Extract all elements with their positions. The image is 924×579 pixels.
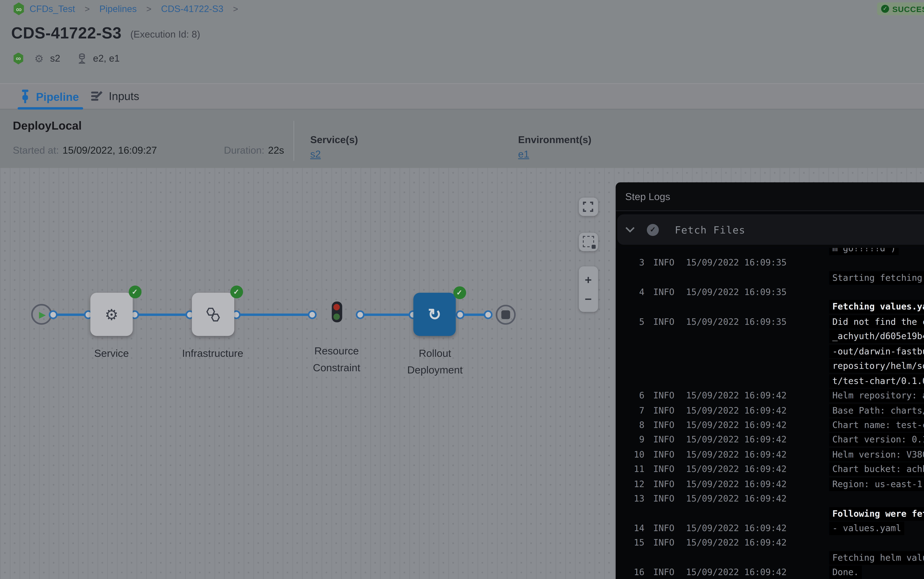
log-line-clipped: m go!!!!!d ) [615,248,924,255]
log-line-number: 16 [615,568,645,578]
chevron-down-icon[interactable] [625,226,635,233]
node-rollout-deployment[interactable]: ↻ [413,293,456,336]
node-infrastructure[interactable] [192,293,234,336]
log-line-number: 8 [615,420,645,430]
port [307,310,317,319]
breadcrumb-pipeline-name[interactable]: CDS-41722-S3 [161,4,223,14]
log-message: Base Path: charts/ [829,404,924,417]
log-timestamp: 15/09/2022 16:09:35 [686,258,755,268]
log-level: INFO [653,317,677,327]
log-line-number: 4 [615,287,645,298]
duration-label: Duration: [224,145,264,156]
log-message: Chart name: test-chart [829,418,924,432]
divider [294,121,294,161]
graph-fullscreen-button[interactable] [578,197,598,216]
node-resource-constraint[interactable] [331,301,342,322]
log-line-number: 5 [615,317,645,327]
log-line-number: 7 [615,405,645,415]
log-panel-header: Step Logs Console View [615,182,924,211]
log-message: Chart bucket: achhelmbucket [829,463,924,476]
node-label: Service [68,345,156,361]
log-level: INFO [653,464,677,474]
log-timestamp: 15/09/2022 16:09:42 [686,568,755,578]
log-timestamp: 15/09/2022 16:09:42 [686,464,755,474]
log-lines[interactable]: m go!!!!!d )3INFO15/09/2022 16:09:35Star… [615,248,924,579]
log-line: 15INFO15/09/2022 16:09:42 [615,536,924,551]
log-level: INFO [653,494,677,504]
log-line: 16INFO15/09/2022 16:09:42Done. [615,565,924,579]
log-message [829,541,836,545]
environment-tag[interactable]: e2, e1 [93,53,119,64]
node-label: Rollout Deployment [391,345,479,378]
log-timestamp: 15/09/2022 16:09:42 [686,391,755,401]
log-line: 5INFO15/09/2022 16:09:35Did not find the… [615,314,924,329]
tab-pipeline-label: Pipeline [36,90,79,103]
page-title: CDS-41722-S3 [11,24,122,43]
port [483,310,492,319]
log-line-number: 12 [615,479,645,489]
node-service[interactable]: ⚙ [90,293,133,336]
log-message: Helm version: V380 [829,448,924,461]
log-level: INFO [653,538,677,548]
log-message [829,261,836,264]
status-badge: ✓ SUCCESS [877,2,924,15]
started-at-value: 15/09/2022, 16:09:27 [62,145,157,156]
step-name: Fetch Files [675,224,746,236]
service-tag[interactable]: s2 [50,53,60,64]
tab-inputs[interactable]: Inputs [90,90,139,102]
step-success-icon: ✓ [647,224,659,236]
log-timestamp: 15/09/2022 16:09:42 [686,405,755,415]
play-icon: ▶ [39,309,46,319]
graph-select-button[interactable] [578,232,598,251]
log-level: INFO [653,523,677,533]
log-message: _achyuth/d605e19b46448ceaacb01fb4c19633a… [829,330,924,343]
log-line-number: 9 [615,435,645,445]
log-message [829,291,836,294]
log-line: 3INFO15/09/2022 16:09:35 [615,255,924,270]
step-log-group-header[interactable]: ✓ Fetch Files ↑ ↓ 9s [617,214,924,245]
log-message: -out/darwin-fastbuild/bin/260-delegate/e… [829,345,924,358]
log-line-number: 6 [615,391,645,401]
log-line-continuation: Following were fetched successfully : [615,506,924,521]
port [355,310,364,319]
edge [236,313,312,316]
zoom-in-button[interactable]: + [585,273,592,286]
log-message [829,497,836,500]
log-level: INFO [653,391,677,401]
node-label: Infrastructure [169,345,257,361]
log-message: Starting fetching Helm values [829,271,924,285]
breadcrumb-pipelines[interactable]: Pipelines [100,4,137,14]
log-line-continuation: Fetching values.yaml from helm chart rep… [615,300,924,314]
log-level: INFO [653,420,677,430]
log-level: INFO [653,258,677,268]
end-node[interactable] [496,304,516,324]
log-line-number: 14 [615,523,645,533]
log-line-number: 10 [615,450,645,460]
log-line-continuation: -out/darwin-fastbuild/bin/260-delegate/e… [615,344,924,359]
stage-summary-bar: DeployLocal Started at: 15/09/2022, 16:0… [0,110,924,168]
execution-header: ∞ CFDs_Test > Pipelines > CDS-41722-S3 >… [0,0,924,83]
tab-pipeline[interactable]: Pipeline [20,90,79,103]
green-light-icon [333,313,340,320]
service-link[interactable]: s2 [310,149,321,160]
log-timestamp: 15/09/2022 16:09:42 [686,538,755,548]
environments-label: Environment(s) [518,134,591,146]
harness-logo-icon: ∞ [13,52,24,64]
breadcrumb-project[interactable]: CFDs_Test [29,4,75,14]
harness-logo-icon: ∞ [13,2,25,15]
log-line-continuation: t/test-chart/0.1.0 [615,373,924,388]
log-message: Region: us-east-1 [829,477,924,491]
log-level: INFO [653,568,677,578]
marquee-select-icon [583,236,594,247]
log-line: 12INFO15/09/2022 16:09:42Region: us-east… [615,477,924,492]
log-line: 7INFO15/09/2022 16:09:42Base Path: chart… [615,403,924,418]
zoom-out-button[interactable]: − [585,292,592,306]
environment-link[interactable]: e1 [518,149,529,160]
gear-icon: ⚙ [105,305,118,324]
success-badge-icon: ✓ [453,286,466,299]
log-line: 6INFO15/09/2022 16:09:42Helm repository:… [615,388,924,403]
edge [53,313,88,316]
log-timestamp: 15/09/2022 16:09:42 [686,479,755,489]
log-line-continuation: Fetching helm values completed successfu… [615,550,924,565]
log-message: - values.yaml [829,522,904,535]
